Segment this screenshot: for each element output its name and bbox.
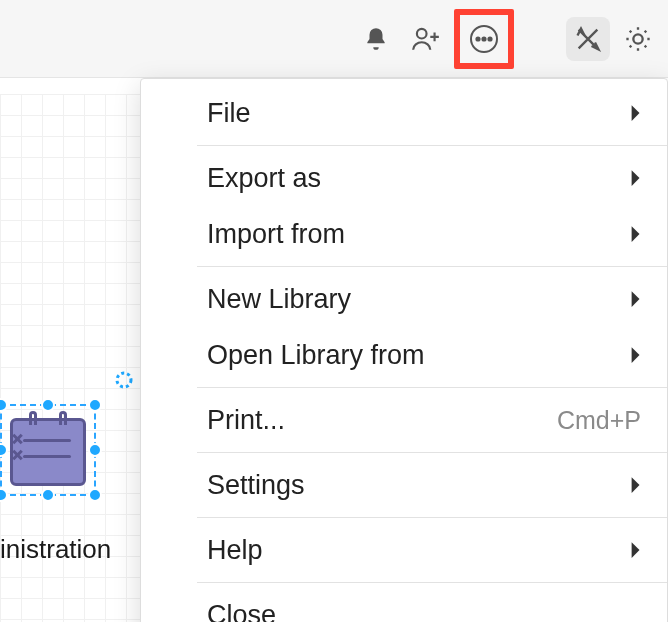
more-menu-button[interactable] — [462, 17, 506, 61]
chevron-right-icon — [629, 290, 641, 308]
menu-item-label: Open Library from — [207, 340, 425, 371]
line-icon — [23, 439, 71, 442]
resize-handle-t[interactable] — [41, 398, 55, 412]
menu-item-close[interactable]: Close — [141, 587, 667, 622]
menu-item-label: Export as — [207, 163, 321, 194]
menu-separator — [197, 452, 667, 453]
chevron-right-icon — [629, 476, 641, 494]
menu-item-help[interactable]: Help — [141, 522, 667, 578]
binder-ring-icon — [29, 411, 37, 425]
menu-item-new-library[interactable]: New Library — [141, 271, 667, 327]
notifications-button[interactable] — [354, 17, 398, 61]
menu-separator — [197, 145, 667, 146]
menu-item-label: Import from — [207, 219, 345, 250]
menu-item-print[interactable]: Print...Cmd+P — [141, 392, 667, 448]
selection-outline — [0, 404, 96, 496]
binder-ring-icon — [59, 411, 67, 425]
resize-handle-tl[interactable] — [0, 398, 8, 412]
svg-point-4 — [488, 37, 491, 40]
resize-handle-br[interactable] — [88, 488, 102, 502]
menu-item-settings[interactable]: Settings — [141, 457, 667, 513]
menu-item-label: Settings — [207, 470, 305, 501]
menu-item-label: File — [207, 98, 251, 129]
design-tools-button[interactable] — [566, 17, 610, 61]
brightness-icon — [624, 25, 652, 53]
svg-point-5 — [633, 34, 642, 43]
more-dropdown-menu: FileExport asImport fromNew LibraryOpen … — [140, 78, 668, 622]
more-menu-highlight — [454, 9, 514, 69]
shape-label[interactable]: inistration — [0, 534, 111, 565]
menu-item-label: Close — [207, 600, 276, 623]
more-horizontal-icon — [468, 23, 500, 55]
menu-item-open-library-from[interactable]: Open Library from — [141, 327, 667, 383]
svg-point-3 — [482, 37, 485, 40]
chevron-right-icon — [629, 225, 641, 243]
chevron-right-icon — [629, 541, 641, 559]
menu-item-label: Help — [207, 535, 263, 566]
x-icon — [11, 433, 23, 445]
theme-toggle-button[interactable] — [616, 17, 660, 61]
menu-item-label: Print... — [207, 405, 285, 436]
menu-item-export-as[interactable]: Export as — [141, 150, 667, 206]
chevron-right-icon — [629, 346, 641, 364]
svg-point-6 — [117, 373, 131, 387]
rotate-handle[interactable] — [114, 370, 134, 390]
x-icon — [11, 449, 23, 461]
menu-separator — [197, 582, 667, 583]
menu-separator — [197, 387, 667, 388]
bell-icon — [363, 26, 389, 52]
chevron-right-icon — [629, 169, 641, 187]
menu-item-import-from[interactable]: Import from — [141, 206, 667, 262]
person-add-icon — [411, 26, 441, 52]
menu-shortcut: Cmd+P — [557, 406, 641, 435]
menu-item-file[interactable]: File — [141, 85, 667, 141]
svg-point-2 — [476, 37, 479, 40]
chevron-right-icon — [629, 104, 641, 122]
menu-separator — [197, 517, 667, 518]
resize-handle-tr[interactable] — [88, 398, 102, 412]
selected-shape[interactable] — [0, 404, 110, 496]
resize-handle-r[interactable] — [88, 443, 102, 457]
resize-handle-b[interactable] — [41, 488, 55, 502]
add-user-button[interactable] — [404, 17, 448, 61]
svg-point-0 — [417, 28, 427, 38]
menu-separator — [197, 266, 667, 267]
clipboard-shape[interactable] — [10, 418, 86, 486]
line-icon — [23, 455, 71, 458]
design-tools-icon — [574, 25, 602, 53]
menu-item-label: New Library — [207, 284, 351, 315]
top-toolbar — [0, 0, 668, 78]
resize-handle-l[interactable] — [0, 443, 8, 457]
